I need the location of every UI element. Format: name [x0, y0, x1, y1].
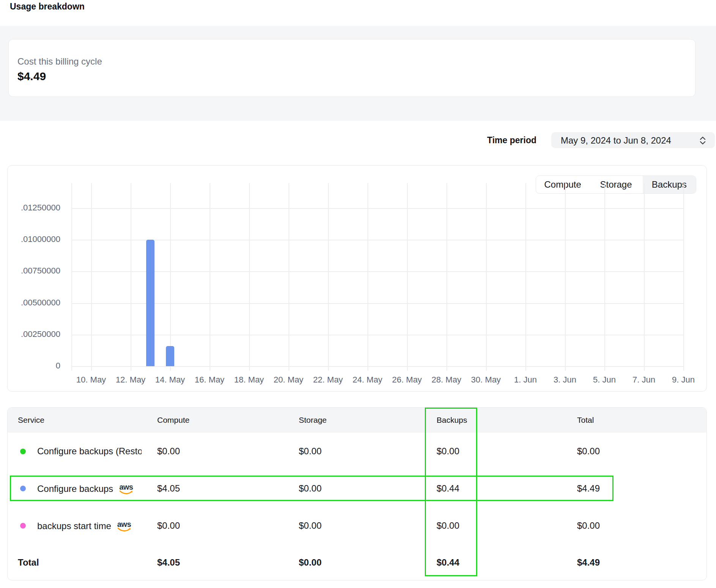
gridline: [210, 183, 210, 371]
column-header-total: Total: [577, 416, 594, 425]
summary-band: Cost this billing cycle $4.49: [0, 26, 716, 121]
gridline: [328, 183, 329, 371]
time-period-row: Time period May 9, 2024 to Jun 8, 2024: [0, 132, 716, 148]
total-cell-total: $4.49: [577, 557, 600, 568]
gridline: [71, 183, 72, 371]
cost-card: Cost this billing cycle $4.49: [8, 39, 695, 97]
service-name: Configure backups (Resto: [37, 446, 142, 457]
total-cell-storage: $0.00: [299, 557, 322, 568]
cost-card-label: Cost this billing cycle: [17, 56, 102, 67]
cell-compute: $4.05: [157, 483, 180, 494]
gridline: [486, 183, 487, 371]
gridline: [367, 183, 368, 371]
x-axis-tick-label: 9. Jun: [661, 375, 706, 385]
usage-bar-14-may[interactable]: [166, 346, 174, 366]
table-row: backups start time aws $0.00 $0.00 $0.00…: [8, 507, 707, 544]
series-dot: [20, 486, 26, 492]
chevron-up-down-icon: [699, 136, 707, 147]
table-row: Configure backups aws $4.05 $0.00 $0.44 …: [8, 470, 707, 507]
series-dot: [20, 523, 26, 529]
gridline: [407, 183, 408, 371]
column-header-compute: Compute: [157, 416, 189, 425]
cell-total: $4.49: [577, 483, 600, 494]
usage-table-panel: Service Compute Storage Backups Total Co…: [7, 407, 707, 580]
service-name: backups start time: [37, 520, 111, 531]
aws-logo-icon: aws: [117, 521, 131, 533]
x-axis-tick-label: 7. Jun: [621, 375, 667, 385]
column-header-storage: Storage: [299, 416, 327, 425]
time-period-label: Time period: [487, 135, 536, 145]
column-header-backups: Backups: [437, 416, 467, 425]
gridline: [604, 183, 605, 371]
x-axis-tick-label: 18. May: [226, 375, 272, 385]
tab-compute[interactable]: Compute: [536, 176, 589, 193]
x-axis-tick-label: 24. May: [345, 375, 390, 385]
gridline: [683, 183, 684, 371]
x-axis-tick-label: 20. May: [266, 375, 311, 385]
gridline: [71, 335, 683, 335]
cell-compute: $0.00: [157, 520, 180, 531]
service-name: Configure backups: [37, 483, 113, 494]
cell-backups: $0.00: [437, 446, 459, 457]
x-axis-tick-label: 22. May: [305, 375, 351, 385]
gridline: [131, 183, 131, 371]
gridline: [525, 183, 526, 371]
x-axis-tick-label: 5. Jun: [582, 375, 627, 385]
gridline: [289, 183, 289, 371]
time-period-select[interactable]: May 9, 2024 to Jun 8, 2024: [551, 132, 715, 148]
cell-storage: $0.00: [299, 520, 322, 531]
table-header-row: Service Compute Storage Backups Total: [8, 408, 707, 433]
y-axis-tick-label: .01000000: [8, 234, 60, 244]
column-header-service: Service: [18, 416, 44, 425]
total-cell-compute: $4.05: [157, 557, 180, 568]
series-dot: [20, 449, 26, 454]
y-axis-tick-label: .00750000: [8, 266, 60, 276]
chart-metric-tabs: Compute Storage Backups: [536, 175, 696, 194]
y-axis-tick-label: 0: [8, 361, 60, 371]
cell-compute: $0.00: [157, 446, 180, 457]
gridline: [71, 303, 683, 304]
gridline: [170, 183, 171, 371]
table-total-row: Total $4.05 $0.00 $0.44 $4.49: [8, 544, 707, 581]
x-axis-tick-label: 16. May: [187, 375, 232, 385]
x-axis-tick-label: 10. May: [68, 375, 114, 385]
gridline: [71, 271, 683, 272]
x-axis-tick-label: 30. May: [463, 375, 509, 385]
cell-backups: $0.44: [437, 483, 459, 494]
gridline: [446, 183, 447, 371]
usage-breakdown-page: Usage breakdown Cost this billing cycle …: [0, 0, 716, 588]
table-row: Configure backups (Resto $0.00 $0.00 $0.…: [8, 433, 707, 470]
gridline: [71, 366, 683, 367]
x-axis-tick-label: 26. May: [384, 375, 430, 385]
gridline: [91, 183, 92, 371]
tab-backups[interactable]: Backups: [643, 176, 696, 193]
cost-card-amount: $4.49: [17, 70, 46, 83]
x-axis-tick-label: 28. May: [424, 375, 469, 385]
aws-logo-icon: aws: [119, 484, 133, 495]
page-title: Usage breakdown: [10, 2, 85, 12]
gridline: [565, 183, 566, 371]
gridline: [249, 183, 250, 371]
time-period-value: May 9, 2024 to Jun 8, 2024: [561, 135, 671, 146]
x-axis-tick-label: 14. May: [147, 375, 193, 385]
y-axis-tick-label: .00500000: [8, 298, 60, 308]
cell-total: $0.00: [577, 446, 600, 457]
total-cell-backups: $0.44: [437, 557, 459, 568]
x-axis-tick-label: 3. Jun: [542, 375, 588, 385]
tab-storage[interactable]: Storage: [589, 176, 642, 193]
y-axis-tick-label: .00250000: [8, 329, 60, 339]
x-axis-tick-label: 12. May: [108, 375, 153, 385]
usage-bar-13-may[interactable]: [146, 240, 155, 366]
usage-chart-panel: Compute Storage Backups 0.00250000.00500…: [7, 165, 707, 392]
gridline: [644, 183, 645, 371]
cell-storage: $0.00: [299, 483, 322, 494]
cell-backups: $0.00: [437, 520, 459, 531]
cell-storage: $0.00: [299, 446, 322, 457]
y-axis-tick-label: .01250000: [8, 203, 60, 213]
gridline: [71, 208, 683, 209]
x-axis-tick-label: 1. Jun: [503, 375, 548, 385]
gridline: [71, 240, 683, 240]
total-row-label: Total: [18, 557, 39, 568]
cell-total: $0.00: [577, 520, 600, 531]
